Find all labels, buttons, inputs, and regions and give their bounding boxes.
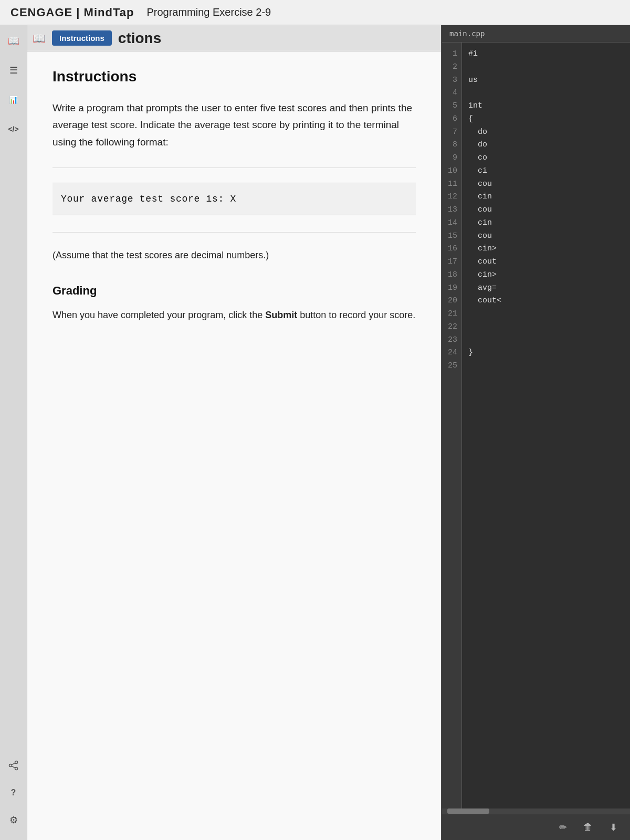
svg-line-4 bbox=[12, 766, 15, 768]
code-line bbox=[468, 308, 624, 321]
chart-icon[interactable]: 📊 bbox=[4, 90, 23, 109]
line-number: 16 bbox=[447, 243, 457, 256]
main-layout: 📖 ☰ 📊 </> ? ⚙ bbox=[0, 25, 630, 840]
code-editor: main.cpp 1234567891011121314151617181920… bbox=[441, 25, 630, 840]
pencil-button[interactable]: ✏ bbox=[554, 819, 571, 836]
trash-button[interactable]: 🗑 bbox=[580, 819, 596, 836]
code-line: cin> bbox=[468, 243, 624, 256]
code-content[interactable]: #i us int{ do do co ci cou cin cou cin c… bbox=[462, 43, 630, 808]
line-number: 12 bbox=[447, 191, 457, 204]
line-number: 9 bbox=[447, 152, 457, 165]
grading-bold-text: Submit bbox=[265, 310, 297, 320]
line-number: 8 bbox=[447, 139, 457, 152]
code-scrollbar[interactable] bbox=[442, 808, 630, 814]
line-number: 6 bbox=[447, 113, 457, 126]
content-area: 📖 Instructions ctions Instructions Write… bbox=[27, 25, 441, 840]
instructions-panel: Instructions Write a program that prompt… bbox=[27, 51, 441, 840]
line-number: 1 bbox=[447, 48, 457, 61]
svg-line-3 bbox=[12, 763, 15, 764]
code-line bbox=[468, 321, 624, 334]
svg-point-0 bbox=[15, 761, 17, 764]
code-line: do bbox=[468, 139, 624, 152]
line-number: 3 bbox=[447, 74, 457, 87]
code-sample: Your average test score is: X bbox=[52, 183, 416, 215]
line-number: 11 bbox=[447, 178, 457, 191]
code-line: cin bbox=[468, 217, 624, 230]
line-numbers: 1234567891011121314151617181920212223242… bbox=[442, 43, 462, 808]
svg-point-1 bbox=[15, 768, 17, 770]
code-line: cou bbox=[468, 230, 624, 243]
code-line: cou bbox=[468, 178, 624, 191]
instructions-tab[interactable]: Instructions bbox=[52, 30, 112, 46]
page-title: Programming Exercise 2-9 bbox=[146, 6, 271, 18]
code-line: us bbox=[468, 74, 624, 87]
line-number: 13 bbox=[447, 204, 457, 217]
divider-1 bbox=[52, 167, 416, 168]
code-line: int bbox=[468, 100, 624, 113]
line-number: 22 bbox=[447, 321, 457, 334]
code-line: { bbox=[468, 113, 624, 126]
code-line: } bbox=[468, 346, 624, 360]
settings-icon[interactable]: ⚙ bbox=[4, 811, 23, 830]
code-line bbox=[468, 334, 624, 347]
line-number: 15 bbox=[447, 230, 457, 243]
grading-heading: Grading bbox=[52, 284, 416, 298]
line-number: 4 bbox=[447, 87, 457, 100]
line-number: 7 bbox=[447, 126, 457, 139]
line-number: 19 bbox=[447, 282, 457, 295]
code-line: cout bbox=[468, 256, 624, 269]
app-container: CENGAGE | MindTap Programming Exercise 2… bbox=[0, 0, 630, 840]
code-scrollbar-thumb[interactable] bbox=[447, 808, 489, 814]
line-number: 2 bbox=[447, 61, 457, 74]
logo: CENGAGE | MindTap bbox=[10, 6, 134, 19]
code-editor-toolbar: ✏ 🗑 ⬇ bbox=[442, 814, 630, 840]
tab-book-icon: 📖 bbox=[33, 32, 46, 45]
code-line bbox=[468, 87, 624, 100]
code-line: cin> bbox=[468, 269, 624, 282]
code-line bbox=[468, 360, 624, 373]
download-button[interactable]: ⬇ bbox=[605, 819, 622, 836]
code-editor-header: main.cpp bbox=[442, 25, 630, 43]
share-icon[interactable] bbox=[4, 756, 23, 775]
line-number: 17 bbox=[447, 256, 457, 269]
divider-2 bbox=[52, 232, 416, 233]
instructions-heading: Instructions bbox=[52, 68, 416, 85]
assume-text: (Assume that the test scores are decimal… bbox=[52, 247, 416, 264]
code-line: cout< bbox=[468, 295, 624, 308]
top-bar: CENGAGE | MindTap Programming Exercise 2… bbox=[0, 0, 630, 25]
grading-body: When you have completed your program, cl… bbox=[52, 307, 416, 323]
line-number: 24 bbox=[447, 346, 457, 360]
line-number: 25 bbox=[447, 360, 457, 373]
grading-text-after: button to record your score. bbox=[297, 310, 415, 320]
code-line: cou bbox=[468, 204, 624, 217]
left-sidebar: 📖 ☰ 📊 </> ? ⚙ bbox=[0, 25, 27, 840]
code-line bbox=[468, 61, 624, 74]
book-icon[interactable]: 📖 bbox=[4, 32, 23, 50]
svg-point-2 bbox=[9, 764, 12, 767]
line-number: 20 bbox=[447, 295, 457, 308]
help-icon[interactable]: ? bbox=[4, 783, 23, 802]
line-number: 14 bbox=[447, 217, 457, 230]
line-number: 21 bbox=[447, 308, 457, 321]
grading-text-before: When you have completed your program, cl… bbox=[52, 310, 265, 320]
code-line: do bbox=[468, 126, 624, 139]
tab-title: ctions bbox=[118, 30, 161, 47]
line-number: 10 bbox=[447, 165, 457, 178]
line-number: 23 bbox=[447, 334, 457, 347]
line-number: 5 bbox=[447, 100, 457, 113]
code-icon[interactable]: </> bbox=[4, 120, 23, 139]
tab-bar: 📖 Instructions ctions bbox=[27, 25, 441, 51]
code-editor-body[interactable]: 1234567891011121314151617181920212223242… bbox=[442, 43, 630, 808]
code-line: avg= bbox=[468, 282, 624, 295]
list-icon[interactable]: ☰ bbox=[4, 61, 23, 80]
code-line: co bbox=[468, 152, 624, 165]
code-line: ci bbox=[468, 165, 624, 178]
code-line: cin bbox=[468, 191, 624, 204]
code-line: #i bbox=[468, 48, 624, 61]
line-number: 18 bbox=[447, 269, 457, 282]
sidebar-bottom: ? ⚙ bbox=[4, 756, 23, 840]
instructions-body-text: Write a program that prompts the user to… bbox=[52, 100, 416, 151]
